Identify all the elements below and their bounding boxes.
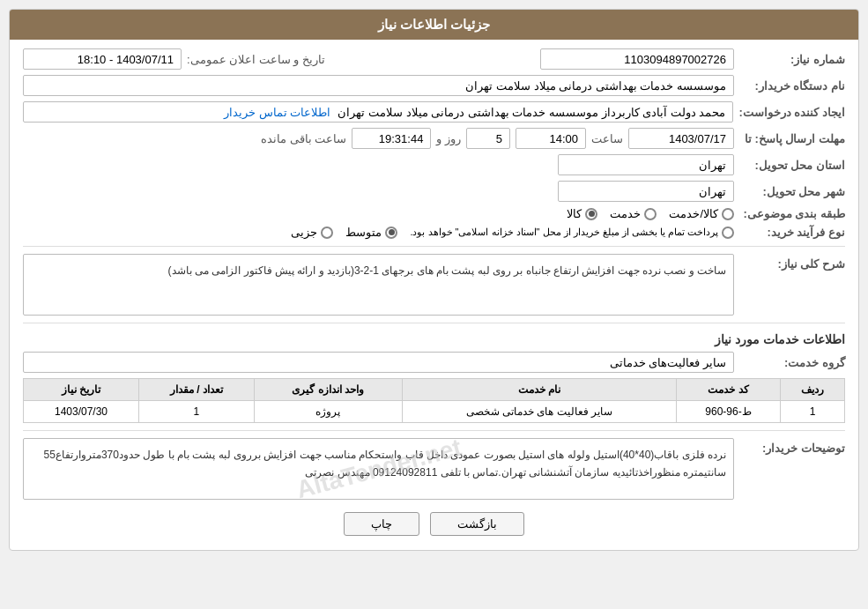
province-value: تهران <box>558 154 734 175</box>
response-countdown: 19:31:44 <box>352 128 431 149</box>
col-date: تاریخ نیاز <box>24 379 139 401</box>
radio-goods[interactable]: کالا <box>567 207 597 220</box>
creator-label: ایجاد کننده درخواست: <box>738 106 845 119</box>
radio-medium-purchase[interactable]: متوسط <box>345 226 397 239</box>
cell-unit: پروژه <box>254 401 402 423</box>
service-group-value: سایر فعالیت‌های خدماتی <box>23 352 734 373</box>
table-body: 1 ط-96-960 سایر فعالیت های خدماتی شخصی پ… <box>24 401 845 423</box>
response-days: 5 <box>466 128 510 149</box>
service-group-label: گروه خدمت: <box>739 356 845 369</box>
creator-value: محمد دولت آبادی کاربرداز موسسسه خدمات به… <box>23 101 733 123</box>
cell-name: سایر فعالیت های خدماتی شخصی <box>402 401 677 423</box>
creator-link[interactable]: اطلاعات تماس خریدار <box>224 106 330 119</box>
radio-service[interactable]: خدمت <box>610 207 657 220</box>
radio-full-circle <box>722 227 734 239</box>
radio-medium-circle <box>385 227 397 239</box>
col-code: کد خدمت <box>677 379 781 401</box>
table-header: ردیف کد خدمت نام خدمت واحد اندازه گیری ت… <box>24 379 845 401</box>
province-label: استان محل تحویل: <box>739 159 845 172</box>
col-qty: تعداد / مقدار <box>138 379 254 401</box>
need-number-label: شماره نیاز: <box>739 53 845 66</box>
response-time: 14:00 <box>516 128 586 149</box>
cell-date: 1403/07/30 <box>24 401 139 423</box>
radio-goods-circle <box>585 208 597 220</box>
radio-goods-service[interactable]: کالا/خدمت <box>669 207 734 220</box>
city-label: شهر محل تحویل: <box>739 185 845 198</box>
radio-goods-service-circle <box>722 208 734 220</box>
service-info-title: اطلاعات خدمات مورد نیاز <box>23 332 845 346</box>
need-desc-label: شرح کلی نیاز: <box>739 254 845 271</box>
page-title: جزئیات اطلاعات نیاز <box>10 10 858 40</box>
cell-row: 1 <box>780 401 844 423</box>
table-row: 1 ط-96-960 سایر فعالیت های خدماتی شخصی پ… <box>24 401 845 423</box>
need-number-value: 1103094897002726 <box>540 48 734 70</box>
purchase-type-radio-group: پرداخت تمام یا بخشی از مبلغ خریدار از مح… <box>291 226 734 239</box>
response-deadline-label: مهلت ارسال پاسخ: تا <box>739 132 845 145</box>
col-row: ردیف <box>780 379 844 401</box>
buyer-desc-value: نرده فلزی باقاب(40*40)استیل ولوله های اس… <box>23 438 734 500</box>
radio-partial-purchase[interactable]: جزیی <box>291 226 333 239</box>
city-value: تهران <box>558 181 734 202</box>
remaining-label: ساعت باقی مانده <box>261 132 346 145</box>
purchase-type-label: نوع فرآیند خرید: <box>739 226 845 239</box>
col-unit: واحد اندازه گیری <box>254 379 402 401</box>
print-button[interactable]: چاپ <box>344 512 419 536</box>
time-label: ساعت <box>591 132 623 145</box>
action-buttons: بازگشت چاپ <box>23 512 845 536</box>
back-button[interactable]: بازگشت <box>430 512 524 536</box>
category-radio-group: کالا/خدمت خدمت کالا <box>567 207 734 220</box>
radio-full-purchase[interactable]: پرداخت تمام یا بخشی از مبلغ خریدار از مح… <box>410 227 734 239</box>
buyer-org-value: موسسسه خدمات بهداشتی درمانی میلاد سلامت … <box>23 75 734 96</box>
cell-code: ط-96-960 <box>677 401 781 423</box>
response-date: 1403/07/17 <box>628 128 734 149</box>
announcement-date-label: تاریخ و ساعت اعلان عمومی: <box>187 53 325 66</box>
need-desc-value: ساخت و نصب نرده جهت افزایش ارتفاع جانباه… <box>23 254 734 316</box>
divider-1 <box>23 246 845 247</box>
divider-2 <box>23 323 845 323</box>
radio-service-circle <box>644 208 657 220</box>
divider-3 <box>23 430 845 431</box>
services-table: ردیف کد خدمت نام خدمت واحد اندازه گیری ت… <box>23 378 845 423</box>
days-label: روز و <box>436 132 461 145</box>
buyer-org-label: نام دستگاه خریدار: <box>739 79 845 93</box>
radio-partial-circle <box>321 227 333 239</box>
buyer-desc-label: توضیحات خریدار: <box>739 438 845 455</box>
cell-qty: 1 <box>138 401 254 423</box>
col-name: نام خدمت <box>402 379 677 401</box>
category-label: طبقه بندی موضوعی: <box>739 207 845 220</box>
announcement-date-value: 1403/07/11 - 18:10 <box>23 48 182 70</box>
